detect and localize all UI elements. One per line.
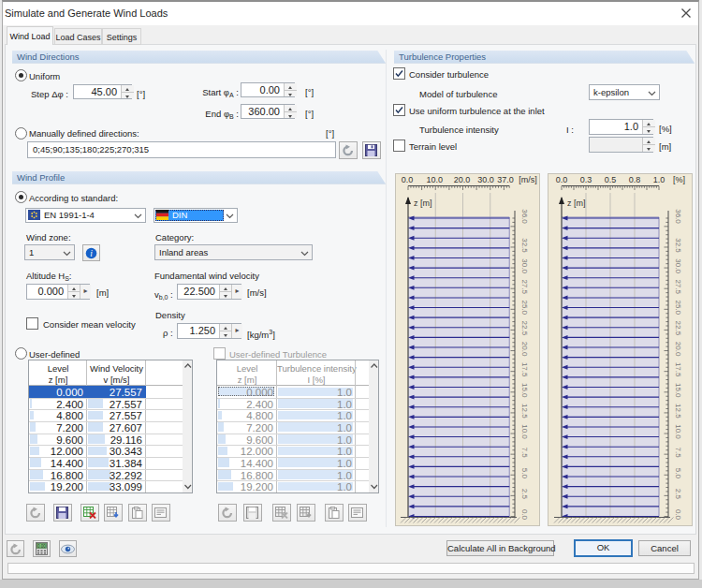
svg-text:22.5: 22.5 — [674, 321, 682, 336]
svg-text:30.0: 30.0 — [674, 258, 682, 273]
svg-text:0.0: 0.0 — [520, 509, 529, 521]
svg-text:32.5: 32.5 — [674, 238, 682, 253]
svg-text:0.00: 0.00 — [37, 544, 46, 549]
svg-text:20.0: 20.0 — [674, 342, 682, 357]
svg-text:17.5: 17.5 — [520, 362, 529, 377]
svg-text:[m/s]: [m/s] — [519, 175, 537, 184]
svg-text:2.5: 2.5 — [674, 489, 682, 500]
svg-text:36.0: 36.0 — [674, 209, 682, 224]
svg-text:25.0: 25.0 — [520, 301, 529, 316]
svg-text:10.0: 10.0 — [427, 175, 444, 184]
svg-text:15.0: 15.0 — [520, 383, 529, 398]
svg-text:27.5: 27.5 — [520, 279, 529, 294]
svg-text:7.5: 7.5 — [520, 448, 529, 459]
svg-text:7.5: 7.5 — [674, 448, 682, 459]
svg-text:30.0: 30.0 — [477, 175, 494, 184]
svg-text:0.0: 0.0 — [674, 509, 682, 521]
svg-text:0.0: 0.0 — [556, 175, 568, 184]
svg-text:i: i — [90, 249, 93, 258]
svg-text:5.0: 5.0 — [520, 468, 529, 479]
svg-text:17.5: 17.5 — [674, 362, 682, 377]
svg-text:z [m]: z [m] — [567, 198, 586, 208]
svg-text:0.8: 0.8 — [629, 175, 641, 184]
svg-text:25.0: 25.0 — [674, 301, 682, 316]
svg-text:z [m]: z [m] — [414, 198, 432, 208]
svg-text:12.5: 12.5 — [520, 404, 529, 419]
svg-text:5.0: 5.0 — [674, 468, 682, 479]
svg-text:10.0: 10.0 — [674, 424, 682, 439]
svg-text:1.0: 1.0 — [653, 175, 665, 184]
svg-text:30.0: 30.0 — [520, 258, 529, 273]
svg-text:22.5: 22.5 — [520, 321, 529, 336]
svg-text:32.5: 32.5 — [520, 238, 529, 253]
svg-text:20.0: 20.0 — [520, 342, 529, 357]
svg-text:[%]: [%] — [673, 175, 685, 184]
svg-text:0.3: 0.3 — [580, 175, 592, 184]
svg-text:2.5: 2.5 — [520, 489, 529, 500]
svg-text:37.0: 37.0 — [497, 175, 514, 184]
svg-text:12.5: 12.5 — [674, 404, 682, 419]
svg-text:0.5: 0.5 — [605, 175, 617, 184]
svg-text:27.5: 27.5 — [674, 279, 682, 294]
svg-text:36.0: 36.0 — [520, 209, 529, 224]
svg-text:20.0: 20.0 — [454, 175, 471, 184]
svg-text:0.0: 0.0 — [402, 175, 414, 184]
svg-text:15.0: 15.0 — [674, 383, 682, 398]
svg-text:10.0: 10.0 — [520, 424, 529, 439]
